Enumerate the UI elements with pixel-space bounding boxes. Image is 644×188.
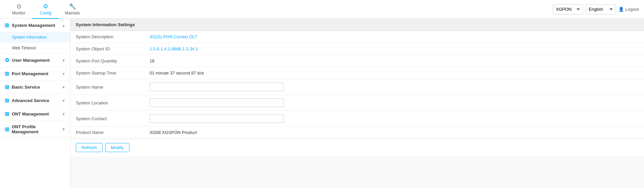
system-contact-input[interactable] [150,114,284,123]
system-object-id-link[interactable]: 1.3.6.1.4.1.8888.1.3.34.1 [150,46,198,51]
logout-label: Logout [625,7,639,12]
table-row-system-object-id: System Object ID 1.3.6.1.4.1.8888.1.3.34… [70,43,644,55]
sidebar-group-user-management: ⚙ User Management ▼ [0,54,70,67]
nav-config[interactable]: ⚙ Config [32,0,59,19]
field-value-system-contact [144,111,644,127]
nav-monitor-label: Monitor [12,11,25,15]
field-label-system-startup-time: System Startup Time [70,67,144,79]
sidebar: ⊞ System Management ▲ System Information… [0,19,70,188]
chevron-down-icon-ont-profile: ▼ [62,127,65,131]
field-value-system-object-id: 1.3.6.1.4.1.8888.1.3.34.1 [144,43,644,55]
field-label-system-object-id: System Object ID [70,43,144,55]
section-title: System Information Settings [70,19,644,31]
field-value-system-name [144,79,644,95]
ont-profile-management-icon: ⊞ [5,126,9,133]
button-row: Refresh Modify [70,139,644,156]
table-row-system-location: System Location [70,95,644,111]
nav-maintain-label: Maintain [65,11,80,15]
modify-button[interactable]: Modify [105,143,129,152]
system-description-link[interactable]: XG(S)-PON Combo OLT [150,34,197,39]
chevron-down-icon-basic: ▼ [62,85,65,89]
main-layout: ⊞ System Management ▲ System Information… [0,19,644,188]
table-row-product-name: Product Name XG08 XGSPON Product [70,127,644,139]
user-icon: 👤 [619,7,624,12]
system-management-icon: ⊞ [5,22,9,29]
sidebar-group-label-ont-management: ONT Management [12,111,49,116]
field-value-system-location [144,95,644,111]
sidebar-group-basic-service: ⊞ Basic Service ▼ [0,81,70,94]
refresh-button[interactable]: Refresh [76,143,103,152]
user-management-icon: ⚙ [5,57,9,63]
xgpon-select[interactable]: XGPON GPON [553,4,583,14]
sidebar-item-system-information[interactable]: System Information [0,32,70,43]
sidebar-group-ont-profile-management: ⊞ ONT Profile Management ▼ [0,121,70,138]
sidebar-group-port-management: ⊞ Port Management ▼ [0,67,70,81]
chevron-down-icon-advanced: ▼ [62,99,65,103]
sidebar-group-label-port-management: Port Management [12,71,48,76]
table-row-system-startup-time: System Startup Time 01 minute 37 second … [70,67,644,79]
field-value-system-description: XG(S)-PON Combo OLT [144,31,644,43]
ont-management-icon: ⊞ [5,111,9,117]
main-content: System Information Settings System Descr… [70,19,644,188]
sidebar-group-label-user-management: User Management [12,58,50,63]
sidebar-group-system-management: ⊞ System Management ▲ System Information… [0,19,70,54]
monitor-icon: ⊙ [16,3,21,10]
sidebar-group-header-user-management[interactable]: ⚙ User Management ▼ [0,54,70,67]
sidebar-group-header-port-management[interactable]: ⊞ Port Management ▼ [0,67,70,80]
sidebar-group-header-ont-profile-management[interactable]: ⊞ ONT Profile Management ▼ [0,121,70,138]
table-row-system-name: System Name [70,79,644,95]
sidebar-group-label-advanced-service: Advanced Service [12,98,49,103]
field-label-system-description: System Description [70,31,144,43]
table-row-system-contact: System Contact [70,111,644,127]
sidebar-group-header-advanced-service[interactable]: ⊞ Advanced Service ▼ [0,94,70,107]
system-name-input[interactable] [150,83,284,91]
system-location-input[interactable] [150,98,284,107]
field-label-system-port-quantity: System Port Quantity [70,55,144,67]
sidebar-group-label-ont-profile-management: ONT Profile Management [12,124,62,134]
sidebar-group-header-system-management[interactable]: ⊞ System Management ▲ [0,19,70,32]
top-right: XGPON GPON English Chinese 👤 Logout [553,4,639,14]
top-nav: ⊙ Monitor ⚙ Config 🔧 Maintain XGPON GPON… [0,0,644,19]
sidebar-group-ont-management: ⊞ ONT Management ▼ [0,107,70,121]
sidebar-item-web-timeout[interactable]: Web Timeout [0,43,70,53]
sidebar-group-label-system-management: System Management [12,23,55,28]
basic-service-icon: ⊞ [5,84,9,90]
table-row-system-port-quantity: System Port Quantity 18 [70,55,644,67]
advanced-service-icon: ⊞ [5,97,9,104]
config-icon: ⚙ [43,3,48,10]
sidebar-group-header-ont-management[interactable]: ⊞ ONT Management ▼ [0,107,70,121]
maintain-icon: 🔧 [69,3,76,10]
field-value-system-port-quantity: 18 [144,55,644,67]
nav-config-label: Config [40,11,52,15]
logout-button[interactable]: 👤 Logout [619,7,639,12]
field-label-system-location: System Location [70,95,144,111]
sidebar-group-advanced-service: ⊞ Advanced Service ▼ [0,94,70,107]
sidebar-group-label-basic-service: Basic Service [12,85,40,90]
table-row-system-description: System Description XG(S)-PON Combo OLT [70,31,644,43]
chevron-up-icon: ▲ [62,23,65,28]
field-value-product-name: XG08 XGSPON Product [144,127,644,139]
nav-maintain[interactable]: 🔧 Maintain [59,0,86,19]
info-table: System Description XG(S)-PON Combo OLT S… [70,31,644,139]
language-select[interactable]: English Chinese [586,4,616,14]
chevron-down-icon-port: ▼ [62,72,65,76]
field-label-system-name: System Name [70,79,144,95]
field-value-system-startup-time: 01 minute 37 second 87 tick [144,67,644,79]
chevron-down-icon-ont: ▼ [62,112,65,116]
sidebar-group-header-basic-service[interactable]: ⊞ Basic Service ▼ [0,81,70,94]
field-label-system-contact: System Contact [70,111,144,127]
nav-monitor[interactable]: ⊙ Monitor [5,0,32,19]
field-label-product-name: Product Name [70,127,144,139]
chevron-down-icon-user: ▼ [62,58,65,62]
port-management-icon: ⊞ [5,70,9,77]
